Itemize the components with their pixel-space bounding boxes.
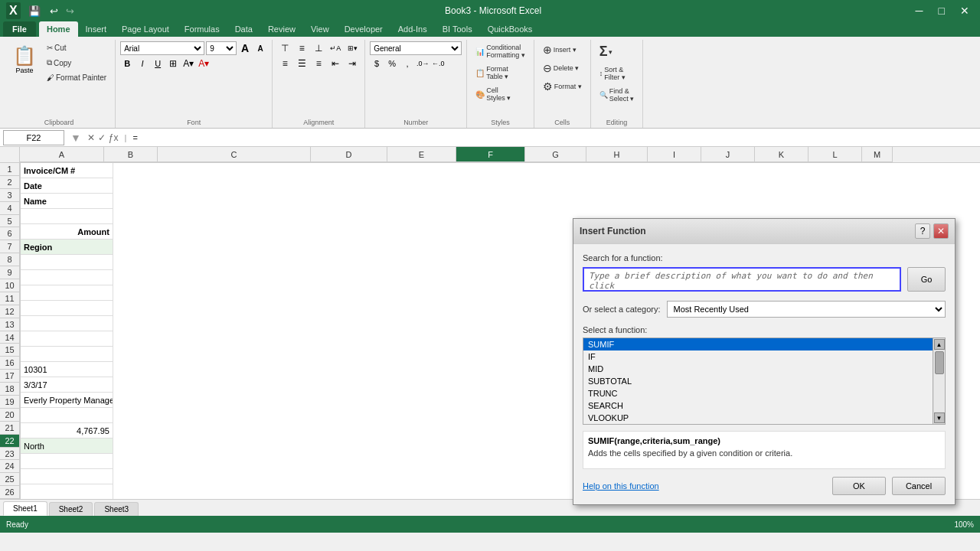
- wrap-text-button[interactable]: ↵A: [328, 41, 343, 55]
- row-header-16[interactable]: 16: [0, 357, 20, 370]
- tab-formulas[interactable]: Formulas: [177, 21, 227, 37]
- function-scrollbar[interactable]: ▲ ▼: [933, 338, 945, 424]
- function-item-sumif[interactable]: SUMIF: [583, 338, 933, 350]
- scroll-up-button[interactable]: ▲: [934, 339, 945, 350]
- row-header-14[interactable]: 14: [0, 331, 20, 344]
- cell-c2[interactable]: Everly Property Management: [21, 393, 113, 408]
- comma-button[interactable]: ,: [400, 57, 414, 70]
- align-right-button[interactable]: ≡: [311, 57, 326, 70]
- sheet-tab-2[interactable]: Sheet2: [49, 502, 93, 516]
- row-header-8[interactable]: 8: [0, 253, 20, 266]
- function-item-trunc[interactable]: TRUNC: [583, 387, 933, 399]
- align-bottom-button[interactable]: ⊥: [311, 41, 326, 55]
- row-header-3[interactable]: 3: [0, 189, 20, 202]
- dialog-title-bar[interactable]: Insert Function ? ✕: [573, 219, 955, 244]
- name-box[interactable]: [3, 130, 64, 145]
- col-header-b[interactable]: B: [104, 147, 158, 162]
- cell-i1[interactable]: [21, 285, 113, 301]
- tab-page-layout[interactable]: Page Layout: [114, 21, 177, 37]
- tab-home[interactable]: Home: [39, 21, 78, 37]
- tab-quickbooks[interactable]: QuickBooks: [480, 21, 541, 37]
- col-header-j[interactable]: J: [701, 147, 755, 162]
- underline-button[interactable]: U: [151, 57, 165, 70]
- dialog-close-button[interactable]: ✕: [933, 223, 949, 239]
- format-painter-button[interactable]: 🖌Format Painter: [43, 71, 110, 84]
- tab-view[interactable]: View: [303, 21, 337, 37]
- row-header-15[interactable]: 15: [0, 344, 20, 357]
- close-button[interactable]: ✕: [956, 3, 974, 18]
- col-header-l[interactable]: L: [808, 147, 862, 162]
- cell-f2[interactable]: North: [21, 439, 113, 454]
- number-format-select[interactable]: General: [370, 41, 462, 55]
- cell-g2[interactable]: [21, 454, 113, 469]
- format-cells-button[interactable]: ⚙ Format ▾: [539, 78, 586, 95]
- row-header-24[interactable]: 24: [0, 460, 20, 473]
- col-header-f[interactable]: F: [456, 147, 525, 162]
- col-header-m[interactable]: M: [862, 147, 893, 162]
- percent-button[interactable]: %: [385, 57, 399, 70]
- tab-insert[interactable]: Insert: [78, 21, 115, 37]
- col-header-g[interactable]: G: [525, 147, 586, 162]
- autosum-button[interactable]: Σ ▾: [596, 41, 639, 62]
- row-header-4[interactable]: 4: [0, 202, 20, 215]
- tab-developer[interactable]: Developer: [337, 21, 390, 37]
- quick-undo[interactable]: ↩: [50, 5, 58, 17]
- cell-d1[interactable]: [21, 209, 113, 224]
- paste-button[interactable]: 📋 Paste: [8, 41, 41, 78]
- col-header-a[interactable]: A: [20, 147, 104, 162]
- col-header-d[interactable]: D: [311, 147, 387, 162]
- copy-button[interactable]: ⧉Copy: [43, 56, 110, 70]
- row-header-11[interactable]: 11: [0, 292, 20, 305]
- border-button[interactable]: ⊞: [166, 57, 180, 70]
- row-header-7[interactable]: 7: [0, 240, 20, 253]
- function-item-vlookup[interactable]: VLOOKUP: [583, 412, 933, 424]
- italic-button[interactable]: I: [136, 57, 149, 70]
- row-header-21[interactable]: 21: [0, 422, 20, 435]
- quick-save[interactable]: 💾: [28, 5, 41, 17]
- cell-b2[interactable]: 3/3/17: [21, 377, 113, 393]
- cell-b1[interactable]: Date: [21, 178, 113, 194]
- cell-m1[interactable]: [21, 347, 113, 362]
- row-header-6[interactable]: 6: [0, 227, 20, 240]
- scroll-down-button[interactable]: ▼: [934, 412, 945, 423]
- dialog-ok-button[interactable]: OK: [832, 477, 886, 495]
- row-header-12[interactable]: 12: [0, 305, 20, 318]
- increase-indent-button[interactable]: ⇥: [345, 57, 360, 70]
- col-header-e[interactable]: E: [387, 147, 456, 162]
- function-item-subtotal[interactable]: SUBTOTAL: [583, 375, 933, 387]
- merge-center-button[interactable]: ⊞▾: [345, 41, 360, 55]
- format-as-table-button[interactable]: 📋 FormatTable ▾: [472, 63, 529, 83]
- col-header-h[interactable]: H: [586, 147, 648, 162]
- cancel-edit-icon[interactable]: ✕: [87, 132, 95, 143]
- increase-decimal-button[interactable]: .0→: [416, 57, 430, 70]
- cell-g1[interactable]: [21, 255, 113, 270]
- cell-e2[interactable]: 4,767.95: [21, 423, 113, 439]
- align-middle-button[interactable]: ≡: [294, 41, 309, 55]
- help-link[interactable]: Help on this function: [583, 481, 659, 491]
- row-header-20[interactable]: 20: [0, 409, 20, 422]
- cell-d2[interactable]: [21, 408, 113, 423]
- cell-a1[interactable]: Invoice/CM #: [21, 163, 113, 178]
- confirm-edit-icon[interactable]: ✓: [98, 132, 106, 143]
- row-header-9[interactable]: 9: [0, 266, 20, 279]
- function-item-mid[interactable]: MID: [583, 363, 933, 375]
- cell-e1[interactable]: Amount: [21, 224, 113, 240]
- cut-button[interactable]: ✂Cut: [43, 41, 110, 54]
- row-header-25[interactable]: 25: [0, 473, 20, 486]
- cell-styles-button[interactable]: 🎨 CellStyles ▾: [472, 84, 529, 104]
- insert-cells-button[interactable]: ⊕ Insert ▾: [539, 41, 586, 58]
- cell-j1[interactable]: [21, 301, 113, 316]
- row-header-1[interactable]: 1: [0, 163, 20, 176]
- scroll-thumb[interactable]: [935, 351, 944, 374]
- cell-k1[interactable]: [21, 316, 113, 331]
- dialog-help-button[interactable]: ?: [915, 223, 930, 239]
- row-header-26[interactable]: 26: [0, 486, 20, 499]
- tab-file[interactable]: File: [3, 21, 36, 37]
- go-button[interactable]: Go: [907, 267, 946, 292]
- align-top-button[interactable]: ⊤: [277, 41, 292, 55]
- decrease-font-button[interactable]: A: [253, 41, 267, 55]
- dialog-cancel-button[interactable]: Cancel: [892, 477, 946, 495]
- tab-review[interactable]: Review: [260, 21, 303, 37]
- fill-color-button[interactable]: A▾: [181, 57, 195, 70]
- increase-font-button[interactable]: A: [238, 41, 252, 55]
